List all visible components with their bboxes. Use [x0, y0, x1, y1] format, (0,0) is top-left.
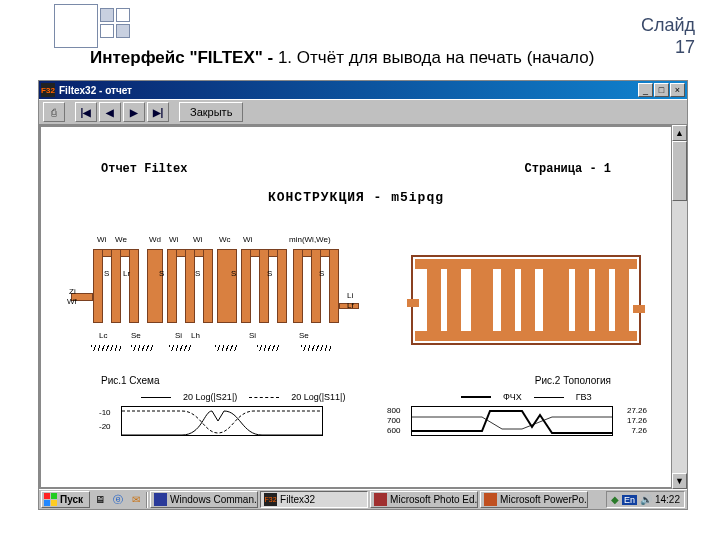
clock[interactable]: 14:22 — [655, 494, 680, 505]
schematic-diagram: Wi We Wd Wi Wi Wc Wi min(Wi,We) — [71, 235, 381, 365]
task-windows-commander[interactable]: Windows Comman.. — [150, 491, 258, 508]
app-window: F32 Filtex32 - отчет _ □ × ⎙ |◀ ◀ ▶ ▶| З… — [38, 80, 688, 510]
slide-title: Интерфейс "FILTEX" - 1. Отчёт для вывода… — [90, 48, 680, 68]
report-title: Отчет Filtex — [101, 162, 187, 176]
quicklaunch-desktop-icon[interactable]: 🖥 — [92, 492, 108, 508]
scroll-up-button[interactable]: ▲ — [672, 125, 687, 141]
report-page: Отчет Filtex Страница - 1 КОНСТРУКЦИЯ - … — [41, 127, 671, 487]
start-button[interactable]: Пуск — [41, 491, 90, 508]
quicklaunch-ie-icon[interactable]: ⓔ — [110, 492, 126, 508]
topology-diagram — [411, 235, 641, 355]
tray-icon[interactable]: ◆ — [611, 494, 619, 505]
printer-icon: ⎙ — [51, 107, 57, 118]
phase-delay-plot: ФЧХ ГВЗ 800 700 600 27.26 17.26 7.26 — [391, 394, 641, 436]
nav-prev-button[interactable]: ◀ — [99, 102, 121, 122]
tray-icon[interactable]: 🔊 — [640, 494, 652, 505]
toolbar: ⎙ |◀ ◀ ▶ ▶| Закрыть — [39, 99, 687, 125]
scroll-thumb[interactable] — [672, 141, 687, 201]
print-button[interactable]: ⎙ — [43, 102, 65, 122]
scroll-track[interactable] — [672, 141, 687, 473]
app-icon — [374, 493, 387, 506]
vertical-scrollbar[interactable]: ▲ ▼ — [671, 125, 687, 489]
taskbar: Пуск 🖥 ⓔ ✉ Windows Comman.. F32 Filtex32… — [39, 489, 687, 509]
close-report-button[interactable]: Закрыть — [179, 102, 243, 122]
minimize-button[interactable]: _ — [638, 83, 653, 97]
app-icon — [154, 493, 167, 506]
content-area: Отчет Filtex Страница - 1 КОНСТРУКЦИЯ - … — [39, 125, 687, 489]
lang-indicator[interactable]: En — [622, 495, 637, 505]
fig2-caption: Рис.2 Топология — [535, 375, 611, 386]
page-number: Страница - 1 — [525, 162, 611, 176]
task-powerpoint[interactable]: Microsoft PowerPo.. — [480, 491, 588, 508]
task-filtex32[interactable]: F32 Filtex32 — [260, 491, 368, 508]
nav-first-button[interactable]: |◀ — [75, 102, 97, 122]
scroll-down-button[interactable]: ▼ — [672, 473, 687, 489]
maximize-button[interactable]: □ — [654, 83, 669, 97]
windows-icon — [44, 493, 57, 506]
window-title: Filtex32 - отчет — [59, 85, 638, 96]
nav-last-button[interactable]: ▶| — [147, 102, 169, 122]
construction-line: КОНСТРУКЦИЯ - m5ipqg — [41, 190, 671, 205]
close-button[interactable]: × — [670, 83, 685, 97]
fig1-caption: Рис.1 Схема — [101, 375, 159, 386]
nav-next-button[interactable]: ▶ — [123, 102, 145, 122]
app-icon: F32 — [41, 83, 55, 97]
titlebar: F32 Filtex32 - отчет _ □ × — [39, 81, 687, 99]
app-icon: F32 — [264, 493, 277, 506]
app-icon — [484, 493, 497, 506]
s-parameters-plot: 20 Log(|S21|) 20 Log(|S11|) -10 -20 — [101, 394, 351, 436]
task-photo-editor[interactable]: Microsoft Photo Ed.. — [370, 491, 478, 508]
system-tray: ◆ En 🔊 14:22 — [606, 491, 685, 508]
quicklaunch-outlook-icon[interactable]: ✉ — [128, 492, 144, 508]
